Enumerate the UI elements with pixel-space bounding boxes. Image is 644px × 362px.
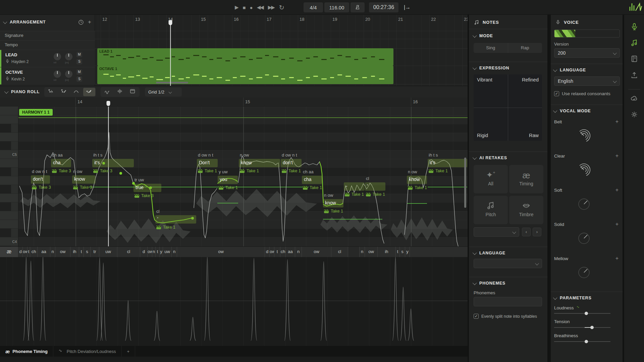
curve-tool-button[interactable]	[70, 88, 83, 96]
volume-knob[interactable]	[54, 53, 61, 60]
solo-button[interactable]: S	[76, 59, 82, 64]
black-key[interactable]	[0, 141, 18, 150]
loop-button[interactable]: ↻	[279, 4, 284, 11]
piano-roll-canvas[interactable]: HARMONY 1 1 d ow n tdon'tTake 3ch aachaT…	[0, 107, 468, 246]
phoneme-segment[interactable]: ow	[270, 247, 274, 257]
ai-retake-all-button[interactable]: ✦+All	[474, 165, 508, 193]
pan-knob[interactable]	[65, 53, 72, 60]
phoneme-segment[interactable]: n	[152, 247, 156, 257]
voice-card-image[interactable]	[554, 29, 620, 38]
black-key[interactable]	[0, 202, 18, 211]
take-chip[interactable]: Take 1	[156, 225, 175, 230]
clip-lead-1[interactable]: LEAD 1	[97, 48, 393, 66]
piano-roll-collapse-chevron-icon[interactable]	[4, 89, 9, 94]
phoneme-segment[interactable]: d	[140, 247, 148, 257]
piano-keyboard[interactable]: C5C4	[0, 107, 18, 246]
phoneme-timing-editor[interactable]	[0, 257, 468, 346]
piano-roll-playhead-pin[interactable]	[107, 101, 110, 106]
piano-roll-note[interactable]: don't	[31, 175, 50, 184]
phoneme-segment[interactable]: s	[400, 247, 405, 257]
take-chip[interactable]: Take 3	[135, 193, 154, 198]
arrangement-timeline[interactable]: 121314151617181920212223 LEAD 1OCTAVE 1	[95, 15, 468, 86]
phoneme-segment[interactable]: ow	[365, 247, 378, 257]
vocal-mode-knob-belt[interactable]	[576, 127, 592, 145]
phoneme-segment[interactable]: ih	[70, 247, 79, 257]
note-language-dropdown[interactable]	[474, 259, 542, 268]
black-key[interactable]	[0, 246, 18, 246]
phoneme-segment[interactable]: cl	[117, 247, 140, 257]
piano-roll-note[interactable]: know	[239, 159, 280, 167]
phoneme-segment[interactable]: aa	[38, 247, 50, 257]
phoneme-segment[interactable]: y	[405, 247, 410, 257]
tab-phoneme-timing[interactable]: æPhoneme Timing	[0, 346, 53, 357]
black-key[interactable]	[0, 124, 18, 133]
arrangement-row-signature[interactable]: Signature	[0, 31, 95, 40]
note-pencil-tool-button[interactable]	[58, 88, 70, 96]
phoneme-segment[interactable]: t	[79, 247, 84, 257]
vocal-mode-add-button[interactable]: +	[615, 153, 619, 159]
piano-roll-note[interactable]: '	[155, 215, 196, 224]
ai-retake-timbre-button[interactable]: Timbre	[509, 196, 543, 224]
sidebar-cloud-icon[interactable]	[630, 95, 638, 103]
phoneme-segment[interactable]: t	[274, 247, 280, 257]
note-select-tool-button[interactable]	[45, 88, 57, 96]
record-button[interactable]: ●	[250, 5, 252, 10]
pitch-wave-tool-button[interactable]	[101, 88, 113, 96]
retake-next-button[interactable]: ›	[533, 228, 541, 236]
white-key[interactable]	[0, 211, 18, 220]
vocal-mode-add-button[interactable]: +	[615, 187, 619, 193]
vocal-mode-chevron-icon[interactable]	[553, 108, 557, 113]
take-chip[interactable]: Take 3	[32, 185, 51, 190]
phoneme-segment[interactable]: t	[156, 247, 160, 257]
stop-button[interactable]: ■	[243, 5, 245, 10]
take-chip[interactable]: Take 1	[303, 185, 322, 190]
take-chip[interactable]: Take 1	[345, 192, 364, 197]
take-chip[interactable]: Take 1	[324, 209, 343, 214]
time-display[interactable]: 00:27:36	[369, 2, 398, 12]
mode-section-chevron-icon[interactable]	[473, 33, 477, 38]
phoneme-segment[interactable]: ow	[23, 247, 28, 257]
retake-select-dropdown[interactable]	[474, 227, 519, 237]
white-key[interactable]	[0, 220, 18, 229]
phoneme-segment[interactable]: ow	[148, 247, 152, 257]
voice-language-chevron-icon[interactable]	[553, 67, 557, 72]
black-key[interactable]	[0, 168, 18, 176]
arrangement-row-tempo[interactable]: Tempo	[0, 40, 95, 50]
piano-roll-note[interactable]: it's	[92, 159, 134, 167]
take-chip[interactable]: Take 3	[93, 169, 112, 173]
expression-xy-pad[interactable]: Vibrant Refined Rigid Raw	[474, 74, 542, 141]
version-dropdown[interactable]: 200	[554, 48, 620, 58]
rewind-button[interactable]: ◀◀	[257, 4, 263, 10]
white-key[interactable]	[0, 107, 18, 115]
sidebar-upload-icon[interactable]	[630, 71, 638, 80]
sidebar-book-icon[interactable]	[630, 55, 638, 64]
phonemes-section-chevron-icon[interactable]	[473, 281, 477, 285]
parameter-slider-loudness[interactable]	[554, 312, 610, 315]
slider-thumb[interactable]	[585, 340, 588, 343]
tempo-map-icon[interactable]	[78, 19, 84, 25]
ai-retakes-section-chevron-icon[interactable]	[473, 155, 477, 160]
phoneme-segment[interactable]: uw	[163, 247, 172, 257]
phoneme-segment[interactable]: cl	[331, 247, 348, 257]
part-tag[interactable]: HARMONY 1 1	[19, 109, 53, 116]
arrangement-hscrollbar[interactable]	[156, 82, 188, 83]
volume-knob[interactable]	[54, 70, 61, 78]
white-key[interactable]: C4	[0, 237, 18, 246]
slider-thumb[interactable]	[590, 326, 594, 329]
parameter-slider-tension[interactable]	[554, 326, 610, 329]
sidebar-mic-icon[interactable]	[630, 23, 638, 32]
tab--[interactable]: +	[122, 346, 136, 357]
phoneme-segment[interactable]: tr	[91, 247, 99, 257]
vocal-mode-add-button[interactable]: +	[615, 221, 619, 227]
phoneme-segment[interactable]: d	[18, 247, 23, 257]
checkbox-icon[interactable]: ✓	[554, 91, 559, 96]
play-button[interactable]: ▶	[235, 4, 238, 10]
goto-end-button[interactable]: |→	[401, 2, 413, 12]
mode-option-sing[interactable]: Sing	[474, 43, 508, 53]
white-key[interactable]	[0, 159, 18, 168]
solo-button[interactable]: S	[76, 76, 82, 82]
slider-thumb[interactable]	[585, 312, 588, 315]
grid-size-dropdown[interactable]: Grid 1/2	[145, 87, 182, 97]
phoneme-segment[interactable]: n	[360, 247, 365, 257]
piano-roll-vscrollbar[interactable]	[464, 158, 466, 208]
